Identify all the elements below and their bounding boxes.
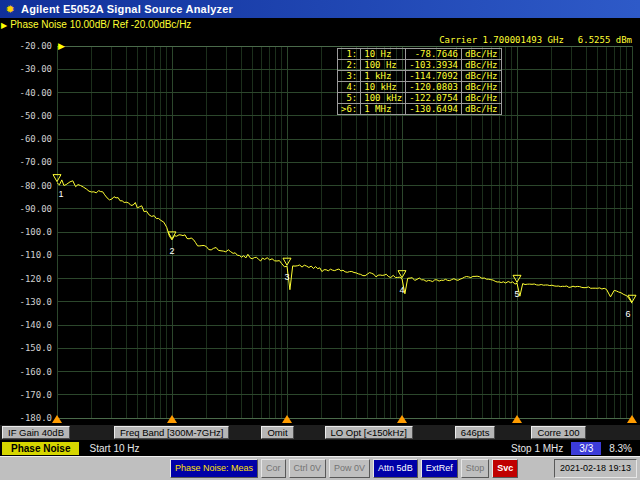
marker-row: 1:10 Hz-78.7646dBc/Hz <box>338 49 502 60</box>
svg-text:2: 2 <box>169 246 174 256</box>
status-row-1: IF Gain 40dBFreq Band [300M-7GHz]OmitLO … <box>0 425 640 440</box>
marker-tick-icon <box>167 415 177 423</box>
y-axis-label: -90.00 <box>8 204 52 214</box>
marker-tick-icon <box>397 415 407 423</box>
status-field: Freq Band [300M-7GHz] <box>114 426 230 439</box>
y-axis-label: -50.00 <box>8 111 52 121</box>
status-field: IF Gain 40dB <box>2 426 70 439</box>
instrument-screen: ✹ Agilent E5052A Signal Source Analyzer … <box>0 0 640 480</box>
trace-info-bar: ▶Phase Noise 10.00dB/ Ref -20.00dBc/Hz <box>0 18 640 32</box>
taskbar-pow-0v[interactable]: Pow 0V <box>329 459 370 478</box>
status-field: Omit <box>261 426 293 439</box>
y-axis-label: -160.0 <box>8 367 52 377</box>
marker-row: >6:1 MHz-130.6494dBc/Hz <box>338 104 502 115</box>
marker-tick-icon <box>282 415 292 423</box>
marker-row: 5:100 kHz-122.0754dBc/Hz <box>338 93 502 104</box>
titlebar: ✹ Agilent E5052A Signal Source Analyzer <box>0 0 640 18</box>
svg-text:1: 1 <box>58 189 63 199</box>
app-icon: ✹ <box>3 2 17 16</box>
y-axis-label: -170.0 <box>8 390 52 400</box>
datetime-display: 2021-02-18 19:13 <box>554 459 637 478</box>
svg-text:3: 3 <box>284 272 289 282</box>
marker-tick-icon <box>512 415 522 423</box>
taskbar-attn-5db[interactable]: Attn 5dB <box>373 459 418 478</box>
ref-level-arrow-icon: ▶ <box>58 41 65 51</box>
carrier-readout: Carrier 1.700001493 GHz 6.5255 dBm <box>439 35 632 45</box>
y-axis-label: -60.00 <box>8 134 52 144</box>
taskbar-cor[interactable]: Cor <box>261 459 286 478</box>
y-axis-label: -40.00 <box>8 88 52 98</box>
taskbar-stop[interactable]: Stop <box>461 459 490 478</box>
y-axis-label: -150.0 <box>8 343 52 353</box>
carrier-power: 6.5255 dBm <box>578 35 632 45</box>
y-axis-label: -180.0 <box>8 413 52 423</box>
phase-noise-plot: 123456 <box>0 32 640 425</box>
marker-row: 3:1 kHz-114.7092dBc/Hz <box>338 71 502 82</box>
taskbar-extref[interactable]: ExtRef <box>421 459 458 478</box>
page-indicator: 3/3 <box>571 442 601 455</box>
y-axis-label: -30.00 <box>8 64 52 74</box>
taskbar-svc[interactable]: Svc <box>492 459 518 478</box>
marker-tick-icon <box>627 415 637 423</box>
marker-tick-icon <box>52 415 62 423</box>
y-axis-label: -120.0 <box>8 274 52 284</box>
taskbar-ctrl-0v[interactable]: Ctrl 0V <box>289 459 327 478</box>
status-field: LO Opt [<150kHz] <box>325 426 413 439</box>
trace-arrow-icon: ▶ <box>1 21 7 30</box>
y-axis-label: -130.0 <box>8 297 52 307</box>
svg-text:4: 4 <box>399 285 404 295</box>
y-axis-label: -100.0 <box>8 227 52 237</box>
marker-row: 4:10 kHz-120.0803dBc/Hz <box>338 82 502 93</box>
progress-percent: 8.3% <box>609 443 632 454</box>
status-field: 646pts <box>455 426 496 439</box>
taskbar-phase-noise-meas[interactable]: Phase Noise: Meas <box>170 459 258 478</box>
start-frequency-label: Start 10 Hz <box>89 443 139 454</box>
trace-info-label: Phase Noise 10.00dB/ Ref -20.00dBc/Hz <box>10 19 191 30</box>
svg-text:6: 6 <box>625 309 630 319</box>
trace-status-row: Phase Noise Start 10 Hz Stop 1 MHz 3/3 8… <box>0 440 640 456</box>
window-title: Agilent E5052A Signal Source Analyzer <box>21 3 233 15</box>
y-axis-label: -20.00 <box>8 41 52 51</box>
taskbar: Phase Noise: MeasCorCtrl 0VPow 0VAttn 5d… <box>0 456 640 480</box>
marker-table: 1:10 Hz-78.7646dBc/Hz2:100 Hz-103.3934dB… <box>337 48 502 115</box>
y-axis-label: -70.00 <box>8 157 52 167</box>
y-axis-label: -110.0 <box>8 250 52 260</box>
svg-text:5: 5 <box>514 289 519 299</box>
carrier-frequency: Carrier 1.700001493 GHz <box>439 35 564 45</box>
trace-tab-phase-noise[interactable]: Phase Noise <box>2 442 79 455</box>
graph-area: 123456 ▶ Carrier 1.700001493 GHz 6.5255 … <box>0 32 640 425</box>
marker-row: 2:100 Hz-103.3934dBc/Hz <box>338 60 502 71</box>
status-field: Corre 100 <box>531 426 585 439</box>
stop-frequency-label: Stop 1 MHz <box>511 443 563 454</box>
y-axis-label: -140.0 <box>8 320 52 330</box>
y-axis-label: -80.00 <box>8 181 52 191</box>
